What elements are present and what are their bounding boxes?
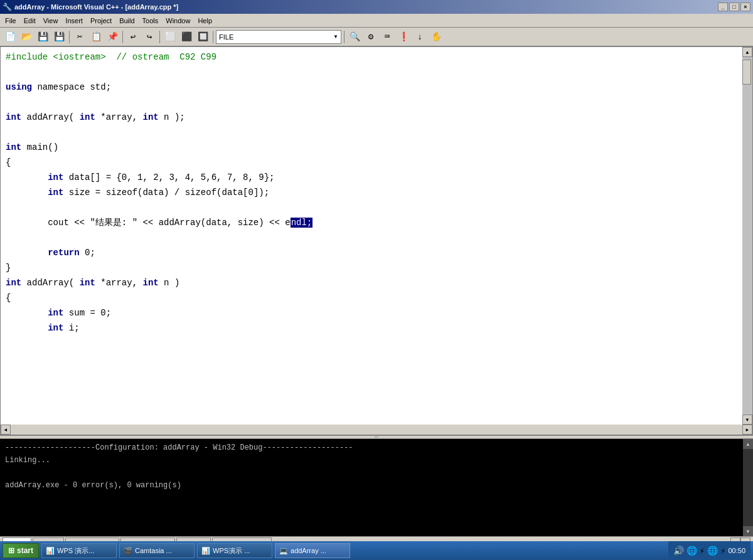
code-line-9: int data[] = {0, 1, 2, 3, 4, 5,6, 7, 8, … <box>6 170 737 185</box>
maximize-button[interactable]: □ <box>729 3 739 11</box>
output-panel: --------------------Configuration: addAr… <box>0 439 753 536</box>
tools-btn-3[interactable]: ❗ <box>396 30 411 44</box>
toolbar: 📄 📂 💾 💾 ✂️ 📋 📌 ↩ ↪ ⬜ ⬛ 🔲 FILE ▼ 🔍 ⚙️ ⌨️ … <box>0 28 753 46</box>
code-line-13 <box>6 230 737 245</box>
paste-button[interactable]: 📌 <box>105 30 120 44</box>
start-label: start <box>17 546 33 555</box>
redo-button[interactable]: ↪ <box>142 30 157 44</box>
taskbar-icon-wps1: 📊 <box>46 547 55 555</box>
code-line-7: int main() <box>6 140 737 155</box>
menu-insert[interactable]: Insert <box>61 16 87 26</box>
taskbar-item-addarray[interactable]: 💻 addArray ... <box>275 543 350 558</box>
tools-btn-2[interactable]: ⌨️ <box>380 30 395 44</box>
scroll-h-track <box>11 425 742 435</box>
tools-btn-5[interactable]: ✋ <box>429 30 444 44</box>
toolbar-sep-3 <box>159 31 160 43</box>
output-line-2: Linking... <box>5 454 738 467</box>
output-scroll-up[interactable]: ▲ <box>743 439 753 449</box>
output-scroll-track <box>743 449 753 526</box>
taskbar-icon-addarray: 💻 <box>279 547 288 555</box>
app-icon: 🔧 <box>3 3 12 11</box>
code-directive: #include <iostream> // ostream C92 C99 <box>6 52 216 62</box>
scroll-up-button[interactable]: ▲ <box>742 47 752 57</box>
new-button[interactable]: 📄 <box>3 30 18 44</box>
tools-btn-4[interactable]: ↓ <box>412 30 427 44</box>
output-content: --------------------Configuration: addAr… <box>0 439 743 536</box>
cursor: ndl; <box>291 218 313 228</box>
close-button[interactable]: × <box>740 3 750 11</box>
code-line-10: int size = sizeof(data) / sizeof(data[0]… <box>6 185 737 200</box>
system-tray: 🔊 🌐 ⚡ 🌐 ⚡ 00:50 <box>668 541 750 560</box>
code-line-11 <box>6 200 737 215</box>
save-button[interactable]: 💾 <box>35 30 50 44</box>
tray-icon-1[interactable]: 🔊 <box>673 546 684 556</box>
code-editor[interactable]: #include <iostream> // ostream C92 C99 u… <box>1 47 742 425</box>
open-button[interactable]: 📂 <box>19 30 34 44</box>
minimize-button[interactable]: _ <box>718 3 728 11</box>
tray-icon-3[interactable]: ⚡ <box>700 546 705 556</box>
code-line-14: return 0; <box>6 245 737 260</box>
horizontal-scrollbar[interactable]: ◄ ► <box>1 425 752 435</box>
menu-tools[interactable]: Tools <box>139 16 163 26</box>
start-button[interactable]: ⊞ start <box>3 543 39 558</box>
code-line-16: int addArray( int *array, int n ) <box>6 275 737 290</box>
tray-icon-2[interactable]: 🌐 <box>686 546 697 556</box>
scroll-thumb[interactable] <box>742 60 751 85</box>
editor-wrapper: #include <iostream> // ostream C92 C99 u… <box>1 47 752 425</box>
scroll-down-button[interactable]: ▼ <box>742 415 752 425</box>
output-line-4: addArray.exe - 0 error(s), 0 warning(s) <box>5 479 738 492</box>
output-scroll-down[interactable]: ▼ <box>743 526 753 536</box>
code-line-5: int addArray( int *array, int n ); <box>6 110 737 125</box>
scroll-right-button[interactable]: ► <box>742 425 752 435</box>
taskbar-item-wps2[interactable]: 📊 WPS演示 ... <box>197 543 272 558</box>
menu-window[interactable]: Window <box>162 16 194 26</box>
output-line-3 <box>5 467 738 479</box>
resource-button[interactable]: 🔲 <box>195 30 210 44</box>
code-line-15: } <box>6 260 737 275</box>
undo-button[interactable]: ↩ <box>125 30 141 44</box>
taskbar-icon-wps2: 📊 <box>201 547 210 555</box>
taskbar-item-wps1[interactable]: 📊 WPS 演示... <box>41 543 117 558</box>
taskbar-clock: 00:50 <box>728 547 745 554</box>
taskbar-icon-camtasia: 🎬 <box>124 547 132 555</box>
toolbar-sep-1 <box>69 31 70 43</box>
scroll-left-button[interactable]: ◄ <box>1 425 11 435</box>
title-bar-controls: _ □ × <box>718 3 750 11</box>
title-bar-left: 🔧 addArray - Microsoft Visual C++ - [add… <box>3 3 178 11</box>
code-line-19: int i; <box>6 320 737 335</box>
title-bar-text: addArray - Microsoft Visual C++ - [addAr… <box>14 3 178 11</box>
code-line-1: #include <iostream> // ostream C92 C99 <box>6 50 737 65</box>
code-line-8: { <box>6 155 737 170</box>
cut-button[interactable]: ✂️ <box>72 30 87 44</box>
taskbar-label-camtasia: Camtasia ... <box>135 547 172 554</box>
frame-button[interactable]: ⬜ <box>163 30 178 44</box>
scroll-track <box>742 57 752 415</box>
save-all-button[interactable]: 💾 <box>51 30 67 44</box>
menu-project[interactable]: Project <box>87 16 115 26</box>
menu-file[interactable]: File <box>1 16 20 26</box>
code-line-3: using namespace std; <box>6 80 737 95</box>
menu-build[interactable]: Build <box>115 16 138 26</box>
taskbar-label-wps2: WPS演示 ... <box>213 546 250 556</box>
insert-button[interactable]: ⬛ <box>179 30 194 44</box>
taskbar-label-addarray: addArray ... <box>291 547 326 554</box>
tray-icon-5[interactable]: ⚡ <box>720 546 725 556</box>
output-line-1: --------------------Configuration: addAr… <box>5 441 738 454</box>
taskbar: ⊞ start 📊 WPS 演示... 🎬 Camtasia ... 📊 WPS… <box>0 541 753 560</box>
tools-btn-1[interactable]: ⚙️ <box>363 30 378 44</box>
menu-view[interactable]: View <box>40 16 62 26</box>
code-line-4 <box>6 95 737 110</box>
config-dropdown[interactable]: FILE ▼ <box>216 30 341 44</box>
taskbar-label-wps1: WPS 演示... <box>57 546 94 556</box>
menu-edit[interactable]: Edit <box>20 16 40 26</box>
taskbar-item-camtasia[interactable]: 🎬 Camtasia ... <box>119 543 195 558</box>
copy-button[interactable]: 📋 <box>88 30 104 44</box>
code-line-2 <box>6 65 737 80</box>
output-scrollbar[interactable]: ▲ ▼ <box>743 439 753 536</box>
vertical-scrollbar[interactable]: ▲ ▼ <box>742 47 752 425</box>
menu-help[interactable]: Help <box>194 16 216 26</box>
toolbar-sep-5 <box>344 31 344 43</box>
config-dropdown-value: FILE <box>219 33 333 41</box>
find-button[interactable]: 🔍 <box>347 30 362 44</box>
tray-icon-4[interactable]: 🌐 <box>707 546 718 556</box>
